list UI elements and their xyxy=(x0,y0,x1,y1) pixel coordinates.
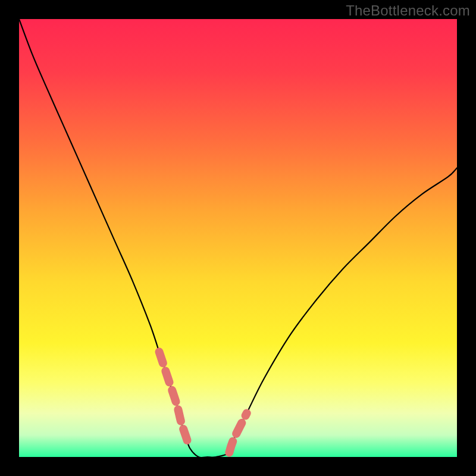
watermark-text: TheBottleneck.com xyxy=(346,2,470,19)
gradient-background xyxy=(19,19,457,457)
bottleneck-chart xyxy=(0,0,476,476)
chart-container: TheBottleneck.com xyxy=(0,0,476,476)
